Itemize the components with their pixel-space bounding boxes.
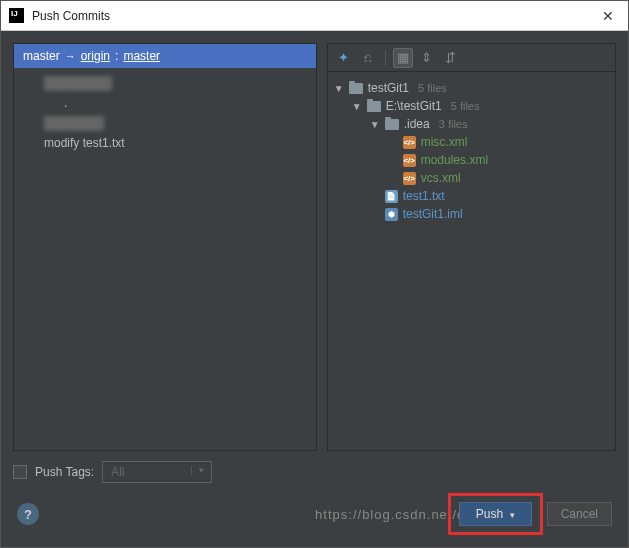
dialog-footer: ? https://blog.csdn.net/qq_ Push Cancel [13, 493, 616, 535]
cancel-button[interactable]: Cancel [547, 502, 612, 526]
app-icon [9, 8, 24, 23]
tree-file[interactable]: 📄 test1.txt [334, 187, 609, 205]
push-button[interactable]: Push [459, 502, 532, 526]
push-tags-dropdown[interactable]: All [102, 461, 212, 483]
branch-bar[interactable]: master → origin : master [14, 44, 316, 68]
tree-file[interactable]: </> vcs.xml [334, 169, 609, 187]
txt-file-icon: 📄 [385, 190, 398, 203]
xml-file-icon: </> [403, 154, 416, 167]
push-tags-label: Push Tags: [35, 465, 94, 479]
local-branch: master [23, 49, 60, 63]
files-panel: ✦ ⎌ ▦ ⇕ ⇵ ▼ testGit1 5 files ▼ [327, 43, 616, 451]
help-icon[interactable]: ? [17, 503, 39, 525]
close-icon[interactable]: ✕ [596, 8, 620, 24]
commit-item[interactable]: modify test1.txt [44, 133, 316, 153]
tree-file[interactable]: ⬢ testGit1.iml [334, 205, 609, 223]
arrow-icon: → [65, 50, 76, 62]
folder-icon [385, 119, 399, 130]
tool-collapse-icon[interactable]: ⇵ [441, 48, 461, 68]
tool-group-icon[interactable]: ▦ [393, 48, 413, 68]
caret-down-icon[interactable]: ▼ [352, 101, 362, 112]
iml-file-icon: ⬢ [385, 208, 398, 221]
push-tags-checkbox[interactable] [13, 465, 27, 479]
commit-item[interactable]: . [44, 93, 316, 113]
tool-revert-icon[interactable]: ⎌ [358, 48, 378, 68]
folder-icon [349, 83, 363, 94]
push-highlight: Push [448, 493, 543, 535]
xml-file-icon: </> [403, 136, 416, 149]
commits-list: ████████ . ███████ modify test1.txt [14, 68, 316, 158]
commit-item[interactable]: ███████ [44, 113, 316, 133]
caret-down-icon[interactable]: ▼ [334, 83, 344, 94]
xml-file-icon: </> [403, 172, 416, 185]
remote-name[interactable]: origin [81, 49, 110, 63]
commits-panel: master → origin : master ████████ . ████… [13, 43, 317, 451]
remote-branch[interactable]: master [123, 49, 160, 63]
commit-item[interactable]: ████████ [44, 73, 316, 93]
tree-folder[interactable]: ▼ E:\testGit1 5 files [334, 97, 609, 115]
tree-file[interactable]: </> modules.xml [334, 151, 609, 169]
tool-add-icon[interactable]: ✦ [334, 48, 354, 68]
tree-file[interactable]: </> misc.xml [334, 133, 609, 151]
caret-down-icon[interactable]: ▼ [370, 119, 380, 130]
window-title: Push Commits [32, 9, 596, 23]
titlebar: Push Commits ✕ [1, 1, 628, 31]
tree-folder[interactable]: ▼ testGit1 5 files [334, 79, 609, 97]
push-tags-row: Push Tags: All [13, 461, 616, 483]
files-toolbar: ✦ ⎌ ▦ ⇕ ⇵ [328, 44, 615, 72]
files-tree: ▼ testGit1 5 files ▼ E:\testGit1 5 files… [328, 72, 615, 450]
folder-icon [367, 101, 381, 112]
tool-expand-icon[interactable]: ⇕ [417, 48, 437, 68]
tree-folder[interactable]: ▼ .idea 3 files [334, 115, 609, 133]
